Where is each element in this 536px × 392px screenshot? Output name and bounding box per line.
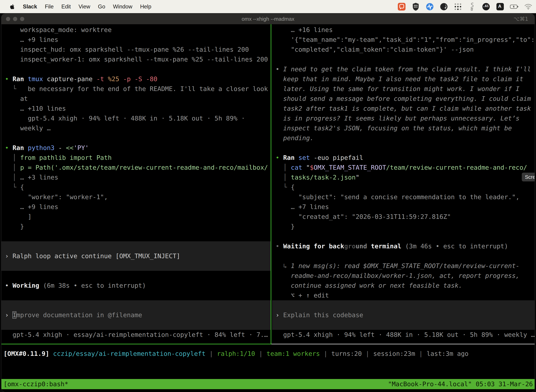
prompt-input-line[interactable]: › Improve documentation in @filename xyxy=(1,310,271,320)
terminal-line xyxy=(1,232,271,241)
terminal-line: … +9 lines xyxy=(1,202,271,212)
input-source-label: A xyxy=(496,4,504,9)
omx-status-line: [OMX#0.11.9] cczip/essay/ai-reimplementa… xyxy=(1,349,535,359)
terminal-line xyxy=(272,232,535,241)
terminal-window: omx --xhigh --madmax ⌥⌘1 workspace_mode:… xyxy=(1,14,535,392)
menu-item-view[interactable]: View xyxy=(78,4,90,10)
terminal-line: workspace_mode: worktree xyxy=(1,25,271,35)
terminal-line: readme-and-reco/mailbox/worker-1.json, a… xyxy=(272,271,535,281)
terminal-line: │ … +3 lines xyxy=(1,173,271,182)
terminal-line: "worker": "worker-1", xyxy=(1,192,271,202)
terminal-line: │ from pathlib import Path xyxy=(1,153,271,163)
menu-item-window[interactable]: Window xyxy=(113,4,132,10)
text-cursor: I xyxy=(13,311,16,319)
terminal-line: › Ralph loop active continue [OMX_TMUX_I… xyxy=(1,251,271,261)
menubar-status-area: ..61 A xyxy=(397,2,536,11)
apple-menu-icon[interactable] xyxy=(10,4,15,10)
terminal-line: ] xyxy=(1,212,271,222)
pane-divider[interactable] xyxy=(271,24,271,344)
terminal-line xyxy=(1,261,271,271)
terminal-line: • Ran tmux capture-pane -t %25 -p -S -80 xyxy=(1,74,271,84)
window-title: omx --xhigh --madmax xyxy=(1,14,535,24)
terminal-line xyxy=(1,300,271,310)
pane-border-bottom-left xyxy=(1,344,271,344)
pie-crescent-icon[interactable] xyxy=(440,2,448,11)
terminal-content: workspace_mode: worktree … +9 lines insp… xyxy=(1,24,535,392)
menu-item-file[interactable]: File xyxy=(45,4,54,10)
terminal-line: ↳ 1 new msg(s): read $OMX_TEAM_STATE_ROO… xyxy=(272,261,535,271)
input-source-icon[interactable]: A xyxy=(496,2,504,11)
terminal-line xyxy=(272,143,535,153)
count-badge-label: ..61 xyxy=(482,4,490,8)
terminal-line: • Ran set -euo pipefail xyxy=(272,153,535,163)
terminal-line: └ { xyxy=(272,182,535,192)
terminal-line: later. Using the same for transition mig… xyxy=(272,84,535,94)
terminal-line: └ { xyxy=(1,182,271,192)
screen: Slack FileEditViewGoWindowHelp xyxy=(0,0,536,392)
terminal-line: │ cat "$OMX_TEAM_STATE_ROOT/team/review-… xyxy=(272,163,535,173)
terminal-line: ⌥ + ↑ edit xyxy=(272,290,535,300)
menubar-app-name[interactable]: Slack xyxy=(23,4,37,10)
screenshot-toast[interactable]: Scre xyxy=(522,173,535,182)
terminal-line: └ be necessary for the end of the README… xyxy=(1,84,271,94)
stats-zap-icon[interactable] xyxy=(426,2,434,11)
terminal-line: inspect_hud: omx sparkshell --tmux-pane … xyxy=(1,45,271,54)
terminal-line xyxy=(1,271,271,281)
terminal-line: • Working (6m 38s • esc to interrupt) xyxy=(1,281,271,290)
squiggle-icon[interactable] xyxy=(468,2,476,11)
terminal-line: pending. xyxy=(272,133,535,143)
terminal-line: inspect task2's JSON, focusing on the st… xyxy=(272,123,535,133)
prompt-input-line[interactable]: › Explain this codebase xyxy=(272,310,535,320)
menubar-items: FileEditViewGoWindowHelp xyxy=(45,4,151,10)
terminal-line: gpt-5.4 xhigh · 94% left · 488K in · 5.1… xyxy=(272,330,535,340)
menu-item-help[interactable]: Help xyxy=(140,4,151,10)
battery-icon[interactable] xyxy=(510,2,518,11)
terminal-line xyxy=(272,251,535,261)
tmux-pane-left[interactable]: workspace_mode: worktree … +9 lines insp… xyxy=(1,24,271,344)
menu-item-go[interactable]: Go xyxy=(98,4,105,10)
count-badge-icon[interactable]: ..61 xyxy=(482,2,490,11)
terminal-line: weekly … xyxy=(1,123,271,133)
terminal-line xyxy=(1,320,271,330)
terminal-line: keep that in mind. Maybe I also need the… xyxy=(272,74,535,84)
terminal-line xyxy=(1,64,271,74)
terminal-line: "completed","claim_token":"claim-token"}… xyxy=(272,45,535,54)
terminal-line: • Ran python3 - <<'PY' xyxy=(1,143,271,153)
terminal-line: … +9 lines xyxy=(1,35,271,45)
shield-grid-icon[interactable] xyxy=(412,2,420,11)
terminal-line: "subject": "send a concise recommendatio… xyxy=(272,192,535,202)
terminal-line: } xyxy=(1,222,271,232)
terminal-line: task2 after task1 is complete, but can I… xyxy=(272,104,535,113)
window-shortcut: ⌥⌘1 xyxy=(513,14,528,24)
terminal-line: • I need to get the claim token from the… xyxy=(272,64,535,74)
dots-grid-icon[interactable] xyxy=(454,2,462,11)
terminal-line xyxy=(272,300,535,310)
terminal-line: inspect_worker-1: omx sparkshell --tmux-… xyxy=(1,54,271,64)
chat-app-icon[interactable] xyxy=(397,2,406,11)
menu-item-edit[interactable]: Edit xyxy=(61,4,71,10)
terminal-line: gpt-5.4 xhigh · essay/ai-reimplementatio… xyxy=(1,330,271,340)
terminal-line: │ tasks/task-2.json" xyxy=(272,173,535,182)
terminal-line: is in progress? It seems likely but perh… xyxy=(272,113,535,123)
tmux-pane-right[interactable]: … +16 lines '{"team_name":"my-team","tas… xyxy=(272,24,535,344)
terminal-line: … +16 lines xyxy=(272,25,535,35)
tmux-status-bar: [omx-cczip0:bash* "MacBook-Pro-44.local"… xyxy=(1,379,535,389)
terminal-line: '{"team_name":"my-team","task_id":"1","f… xyxy=(272,35,535,45)
tmux-session-label: [omx-cczip0:bash* xyxy=(4,379,68,389)
terminal-line xyxy=(272,54,535,64)
terminal-line xyxy=(1,241,271,251)
terminal-line: continue assigned work or next feasible … xyxy=(272,281,535,290)
window-titlebar[interactable]: omx --xhigh --madmax ⌥⌘1 xyxy=(1,14,535,24)
terminal-line: } xyxy=(272,222,535,232)
menubar: Slack FileEditViewGoWindowHelp xyxy=(0,0,536,13)
terminal-line: should send a message before completing … xyxy=(272,94,535,104)
tmux-host-clock: "MacBook-Pro-44.local" 05:03 31-Mar-26 xyxy=(388,379,533,389)
terminal-line: • Waiting for background terminal (3m 46… xyxy=(272,241,535,251)
terminal-line: gpt-5.4 xhigh · 94% left · 488K in · 5.1… xyxy=(1,113,271,123)
menubar-left: Slack FileEditViewGoWindowHelp xyxy=(0,4,151,10)
terminal-line: at xyxy=(1,94,271,104)
wifi-icon[interactable] xyxy=(524,2,532,11)
terminal-line: │ p = Path('.omx/state/team/review-curre… xyxy=(1,163,271,173)
pane-border-bottom-right xyxy=(271,344,535,344)
terminal-line xyxy=(272,320,535,330)
